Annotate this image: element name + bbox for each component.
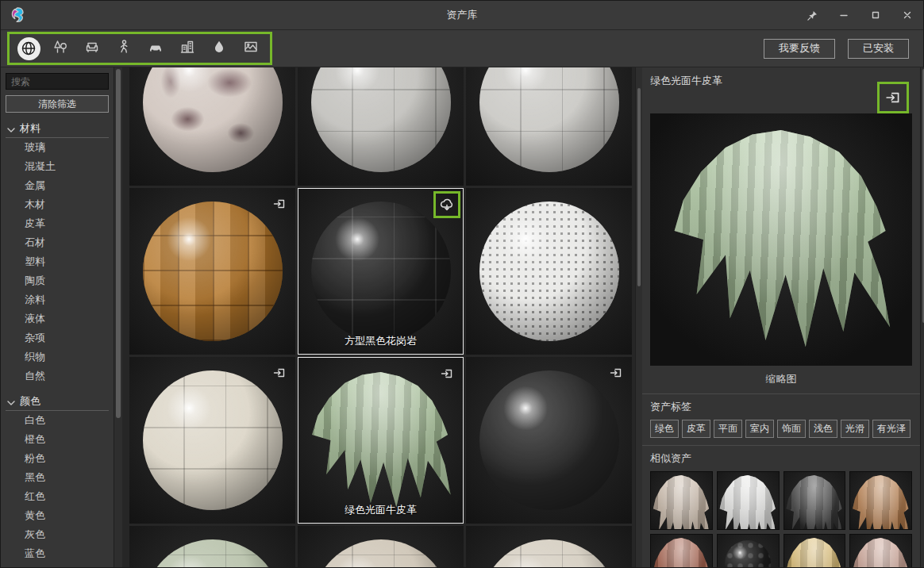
vegetation-icon — [52, 39, 68, 58]
asset-tile[interactable] — [466, 188, 632, 355]
sidebar-item-red[interactable]: 红色 — [6, 487, 109, 506]
preview-cloth-render — [670, 130, 892, 349]
similar-asset-tile[interactable] — [783, 471, 846, 530]
similar-asset-tile[interactable] — [717, 471, 780, 530]
import-asset-icon[interactable] — [270, 194, 289, 213]
import-asset-icon[interactable] — [606, 363, 626, 382]
tags-section-label: 资产标签 — [650, 400, 912, 414]
similar-asset-tile[interactable] — [783, 534, 846, 567]
sidebar-item-paint[interactable]: 涂料 — [6, 290, 109, 309]
sidebar-item-nature[interactable]: 自然 — [6, 367, 109, 386]
sidebar-item-stone[interactable]: 石材 — [6, 233, 109, 252]
import-asset-icon[interactable] — [437, 364, 456, 383]
asset-tile[interactable] — [466, 526, 632, 567]
sidebar-item-blue[interactable]: 蓝色 — [6, 544, 109, 563]
asset-grid: 方型黑色花岗岩 — [122, 67, 635, 567]
chevron-down-icon — [7, 123, 15, 135]
similar-asset-tile[interactable] — [849, 534, 912, 567]
similar-asset-thumb — [785, 538, 844, 567]
tag-chip[interactable]: 皮革 — [682, 420, 710, 438]
tag-chip[interactable]: 平面 — [714, 420, 742, 438]
material-sphere-thumb — [479, 201, 619, 341]
import-asset-icon[interactable] — [270, 363, 289, 382]
asset-tile-label: 绿色光面牛皮革 — [298, 503, 463, 517]
asset-tile-selected[interactable]: 绿色光面牛皮革 — [298, 357, 464, 524]
highlight-box-cloud — [433, 191, 460, 218]
tag-chip[interactable]: 浅色 — [809, 420, 837, 438]
tab-liquids[interactable] — [206, 36, 233, 60]
asset-tile[interactable] — [129, 526, 295, 567]
highlight-box-import — [877, 82, 909, 113]
sidebar-item-black[interactable]: 黑色 — [6, 468, 109, 487]
sidebar-item-fabric[interactable]: 织物 — [6, 347, 109, 367]
section-header-colors[interactable]: 颜色 — [6, 393, 109, 411]
similar-asset-tile[interactable] — [650, 471, 713, 530]
tag-chip[interactable]: 室内 — [745, 420, 774, 438]
scrollbar-thumb[interactable] — [637, 88, 641, 286]
cloud-download-icon[interactable] — [437, 195, 456, 214]
tab-decals[interactable] — [237, 36, 264, 60]
sidebar-item-metal[interactable]: 金属 — [6, 176, 109, 195]
sidebar-item-ceramic[interactable]: 陶质 — [6, 271, 109, 290]
close-button[interactable] — [891, 1, 923, 29]
asset-tile-selected[interactable]: 方型黑色花岗岩 — [298, 188, 464, 355]
similar-asset-tile[interactable] — [849, 471, 912, 530]
sidebar-scrollbar — [114, 67, 122, 567]
sidebar-item-yellow[interactable]: 黄色 — [6, 506, 109, 525]
maximize-button[interactable] — [860, 1, 891, 29]
tab-characters[interactable] — [110, 36, 137, 60]
sidebar-item-pink[interactable]: 粉色 — [6, 449, 109, 468]
tab-furniture[interactable] — [79, 36, 106, 60]
asset-tile[interactable] — [298, 67, 464, 186]
asset-title: 绿色光面牛皮革 — [650, 74, 912, 88]
tab-vegetation[interactable] — [47, 36, 74, 60]
tag-chip[interactable]: 饰面 — [777, 420, 806, 438]
sidebar-item-glass[interactable]: 玻璃 — [6, 138, 109, 157]
sidebar-item-leather[interactable]: 皮革 — [6, 214, 109, 233]
installed-button[interactable]: 已安装 — [848, 39, 909, 59]
similar-assets — [650, 471, 912, 567]
sidebar-item-plastic[interactable]: 塑料 — [6, 252, 109, 271]
tab-vehicles[interactable] — [142, 36, 169, 60]
similar-asset-thumb — [785, 475, 844, 530]
material-sphere-thumb — [311, 201, 451, 341]
search-input[interactable] — [6, 73, 109, 90]
asset-tile[interactable] — [129, 188, 295, 355]
scrollbar-thumb[interactable] — [116, 69, 121, 418]
import-asset-button[interactable] — [880, 84, 907, 111]
section-label: 颜色 — [20, 394, 40, 409]
tab-materials[interactable] — [15, 36, 42, 60]
sidebar-item-wood[interactable]: 木材 — [6, 195, 109, 214]
sidebar-item-concrete[interactable]: 混凝土 — [6, 157, 109, 176]
tag-chip[interactable]: 有光泽 — [872, 420, 911, 438]
decal-icon — [243, 39, 259, 58]
divider — [642, 393, 920, 394]
tab-buildings[interactable] — [174, 36, 201, 60]
pin-icon[interactable] — [796, 1, 828, 29]
similar-asset-tile[interactable] — [650, 534, 713, 567]
material-sphere-thumb — [143, 370, 283, 510]
asset-tags: 绿色 皮革 平面 室内 饰面 浅色 光滑 有光泽 — [650, 420, 912, 438]
material-sphere-thumb — [479, 370, 619, 510]
clear-filters-button[interactable]: 清除筛选 — [6, 95, 109, 113]
sidebar-item-liquid[interactable]: 液体 — [6, 309, 109, 328]
asset-tile[interactable] — [298, 526, 464, 567]
feedback-button[interactable]: 我要反馈 — [764, 39, 835, 59]
sidebar-item-orange[interactable]: 橙色 — [6, 430, 109, 449]
asset-tile[interactable] — [466, 357, 632, 524]
asset-tile[interactable] — [129, 357, 295, 524]
content-area: 清除筛选 材料 玻璃 混凝土 金属 木材 皮革 石材 塑料 陶质 涂料 液体 杂… — [1, 67, 923, 567]
sidebar-item-white[interactable]: 白色 — [6, 411, 109, 430]
sidebar-item-gray[interactable]: 灰色 — [6, 525, 109, 544]
asset-tile[interactable] — [466, 67, 632, 186]
similar-asset-tile[interactable] — [717, 534, 780, 567]
asset-details-panel: 绿色光面牛皮革 缩略图 资产标签 绿色 皮革 平面 室内 饰面 浅色 光滑 有光… — [642, 67, 920, 567]
asset-tile[interactable] — [129, 67, 295, 186]
section-header-materials[interactable]: 材料 — [6, 120, 109, 138]
sidebar-item-misc[interactable]: 杂项 — [6, 328, 109, 347]
window-controls — [796, 1, 923, 29]
tag-chip[interactable]: 光滑 — [841, 420, 869, 438]
tag-chip[interactable]: 绿色 — [650, 420, 679, 438]
minimize-button[interactable] — [828, 1, 860, 29]
asset-grid-inner: 方型黑色花岗岩 — [129, 67, 635, 567]
